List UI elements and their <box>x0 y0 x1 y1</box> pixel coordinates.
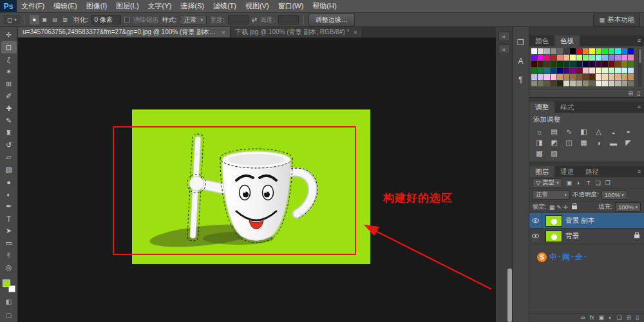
threshold-icon[interactable]: ◤ <box>621 137 636 148</box>
color-swatch[interactable] <box>583 61 589 67</box>
levels-icon[interactable]: ▤ <box>547 126 562 137</box>
layer-thumbnail[interactable] <box>545 215 562 227</box>
paragraph-panel-icon[interactable]: ¶ <box>515 74 527 86</box>
lock-image-pixels-icon[interactable]: ✎ <box>556 204 562 211</box>
workspace-switcher[interactable]: ▦ 基本功能 <box>593 14 640 26</box>
color-swatch[interactable] <box>596 74 601 80</box>
color-swatch[interactable] <box>609 61 614 67</box>
filter-type-layers-icon[interactable]: T <box>584 180 593 186</box>
move-tool[interactable]: ✛ <box>1 29 17 41</box>
menu-item[interactable]: 图层(L) <box>111 0 143 12</box>
color-swatch[interactable] <box>557 80 563 86</box>
color-swatch[interactable] <box>621 74 627 80</box>
color-swatch[interactable] <box>615 68 621 73</box>
color-swatch[interactable] <box>596 55 601 61</box>
color-swatch[interactable] <box>596 61 601 67</box>
filter-shape-layers-icon[interactable]: ❏ <box>594 180 603 186</box>
swatches-scrollbar[interactable] <box>638 48 642 87</box>
tab-close-icon[interactable]: × <box>353 28 357 36</box>
color-swatch[interactable] <box>570 55 576 61</box>
panel-tab[interactable]: 样式 <box>554 102 580 113</box>
color-swatch[interactable] <box>551 55 556 61</box>
menu-item[interactable]: 图像(I) <box>82 0 111 12</box>
posterize-icon[interactable]: ▬ <box>606 137 621 148</box>
color-swatch[interactable] <box>609 68 614 73</box>
color-swatch[interactable] <box>564 68 569 73</box>
color-swatch[interactable] <box>621 48 627 54</box>
color-swatch[interactable] <box>609 80 614 86</box>
vibrance-icon[interactable]: △ <box>591 126 606 137</box>
color-swatch[interactable] <box>583 68 589 73</box>
antialias-checkbox[interactable] <box>124 17 130 23</box>
dodge-tool[interactable]: ◐ <box>1 188 17 200</box>
eraser-tool[interactable]: ▱ <box>1 151 17 164</box>
color-swatch[interactable] <box>570 74 576 80</box>
new-swatch-icon[interactable]: ⊞ <box>629 91 634 97</box>
panel-tab[interactable]: 图层 <box>529 166 554 177</box>
color-swatch[interactable] <box>538 61 544 67</box>
selection-mode-icon[interactable]: ■ <box>30 15 39 24</box>
color-swatch[interactable] <box>531 55 537 61</box>
shape-tool[interactable]: ▭ <box>1 237 17 249</box>
foreground-color-chip[interactable] <box>3 279 10 287</box>
type-tool[interactable]: T <box>1 213 17 225</box>
color-swatch[interactable] <box>628 61 634 67</box>
invert-icon[interactable]: ◑ <box>591 137 606 148</box>
color-swatch[interactable] <box>602 55 608 61</box>
blend-mode-select[interactable]: 正常 ▾ <box>533 190 570 200</box>
black-white-icon[interactable]: ◨ <box>532 137 547 148</box>
selection-mode-icon[interactable]: ▣ <box>40 15 50 24</box>
crop-tool[interactable]: ⊞ <box>1 78 17 90</box>
color-swatch[interactable] <box>628 48 634 54</box>
color-swatch[interactable] <box>602 74 608 80</box>
color-swatch[interactable] <box>557 61 563 67</box>
menu-item[interactable]: 帮助(H) <box>308 0 341 12</box>
color-swatch[interactable] <box>621 80 627 86</box>
layer-thumbnail[interactable] <box>545 231 562 242</box>
color-swatch[interactable] <box>570 80 576 86</box>
color-swatch[interactable] <box>628 68 634 73</box>
color-swatch[interactable] <box>602 68 608 73</box>
lasso-tool[interactable]: ζ <box>1 53 17 66</box>
opacity-input[interactable]: 100% ▾ <box>601 190 627 200</box>
layer-style-icon[interactable]: fx <box>589 315 594 321</box>
tool-preset-dropdown[interactable]: ◻ ▾ <box>4 15 20 24</box>
swap-dimensions-icon[interactable]: ⇄ <box>252 16 257 23</box>
color-swatch[interactable] <box>583 80 589 86</box>
menu-item[interactable]: 选择(S) <box>176 0 209 12</box>
eyedropper-tool[interactable]: ✐ <box>1 90 17 102</box>
width-input[interactable] <box>228 15 249 24</box>
document-tab[interactable]: u=3457063756,249583377&fm=27&gp=0.jpg @ … <box>18 27 231 37</box>
color-swatch[interactable] <box>570 68 576 73</box>
quick-mask-icon[interactable]: ◧ <box>1 297 17 306</box>
color-balance-icon[interactable]: ◓ <box>621 126 636 137</box>
color-swatch[interactable] <box>602 80 608 86</box>
color-swatch[interactable] <box>538 55 544 61</box>
color-swatch[interactable] <box>544 80 550 86</box>
color-swatch[interactable] <box>576 61 582 67</box>
panel-tab[interactable]: 调整 <box>529 102 554 113</box>
color-swatch[interactable] <box>531 48 537 54</box>
color-swatch[interactable] <box>531 74 537 80</box>
history-panel-icon[interactable]: ❐ <box>515 37 527 48</box>
color-swatch[interactable] <box>564 48 569 54</box>
document-image[interactable] <box>132 109 370 264</box>
color-swatch[interactable] <box>551 48 556 54</box>
color-swatch[interactable] <box>576 48 582 54</box>
menu-item[interactable]: 视图(V) <box>241 0 274 12</box>
lock-transparent-pixels-icon[interactable]: ▦ <box>549 204 555 211</box>
color-swatch[interactable] <box>544 61 550 67</box>
blur-tool[interactable]: ● <box>1 176 17 188</box>
path-selection-tool[interactable]: ➤ <box>1 225 17 237</box>
history-brush-tool[interactable]: ↺ <box>1 139 17 151</box>
color-swatch[interactable] <box>544 48 550 54</box>
color-swatch[interactable] <box>531 68 537 73</box>
color-swatch[interactable] <box>564 74 569 80</box>
color-swatch[interactable] <box>628 80 634 86</box>
menu-item[interactable]: 文件(F) <box>17 0 49 12</box>
menu-item[interactable]: 滤镜(T) <box>209 0 241 12</box>
color-swatch[interactable] <box>596 80 601 86</box>
panel-tab[interactable]: 路径 <box>580 166 605 177</box>
color-swatch[interactable] <box>621 68 627 73</box>
color-swatch[interactable] <box>564 80 569 86</box>
